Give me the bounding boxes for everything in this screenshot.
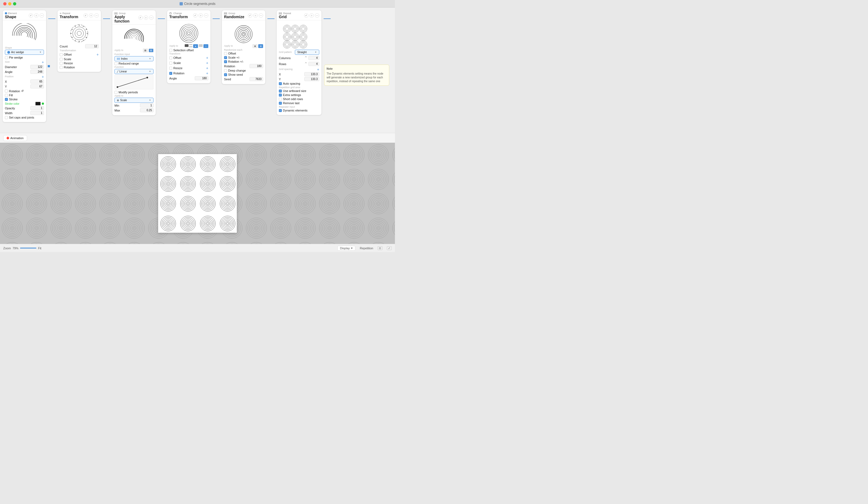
angle-input[interactable] [30, 70, 44, 74]
apply-fn-action-2[interactable]: ○ [144, 16, 148, 20]
ct-scale-check[interactable] [169, 62, 172, 64]
r-action-2[interactable]: ○ [254, 13, 258, 18]
r-offset-check[interactable] [224, 52, 227, 55]
ct-btn-circle[interactable] [185, 44, 188, 47]
diameter-input[interactable] [30, 65, 44, 69]
g-action-2[interactable]: ○ [310, 13, 314, 18]
ct-action-1[interactable]: ✓ [193, 13, 197, 18]
size-plus[interactable]: + [42, 60, 44, 64]
ct-scale-plus[interactable]: + [206, 61, 208, 65]
apply-to2-dropdown[interactable]: ⊞ Scale ▼ [114, 97, 154, 103]
ct-offset-check[interactable] [169, 56, 172, 59]
transform-preview [60, 22, 99, 44]
apply-fn-actions: ✓ ○ ··· [138, 16, 154, 20]
modify-periods-check[interactable] [114, 91, 117, 94]
ct-action-3[interactable]: ··· [204, 13, 208, 18]
pie-wedge-checkbox[interactable] [5, 56, 8, 59]
transform-action-2[interactable]: ○ [89, 13, 93, 18]
r-deep-check[interactable] [224, 69, 227, 72]
zoom-slider[interactable] [20, 248, 37, 248]
stroke-checkbox[interactable] [5, 98, 8, 101]
auto-spacing-check[interactable] [279, 82, 282, 85]
transform-action-1[interactable]: ✓ [84, 13, 88, 18]
function-dropdown[interactable]: ╱ Linear ▼ [114, 69, 154, 74]
width-input[interactable] [30, 111, 44, 115]
t-scale-check[interactable] [60, 58, 63, 61]
grid-spacing-plus[interactable]: + [317, 67, 319, 72]
columns-input[interactable] [308, 56, 319, 60]
y-input[interactable] [30, 84, 44, 89]
ct-rotation-check[interactable] [169, 72, 172, 75]
t-resize-check[interactable] [60, 62, 63, 65]
r-rotation-input[interactable] [249, 64, 263, 68]
ct-action-2[interactable]: ○ [198, 13, 203, 18]
min-input[interactable] [140, 103, 154, 107]
set-caps-checkbox[interactable] [5, 116, 8, 119]
rows-stepper[interactable]: ⌃ [304, 61, 308, 66]
r-action-3[interactable]: ··· [259, 13, 263, 18]
apply-to-btn-2[interactable]: ⊞ [149, 49, 154, 52]
ct-rotation-plus[interactable]: + [206, 71, 208, 75]
shape-action-check[interactable]: ✓ [29, 13, 33, 18]
close-button[interactable] [3, 2, 7, 6]
fit-label[interactable]: Fit [38, 247, 41, 250]
minimize-button[interactable] [8, 2, 11, 6]
t-offset-check[interactable] [60, 53, 63, 56]
grid-wrapper: Repeat Grid ✓ ○ ··· [277, 10, 321, 115]
short-odd-check[interactable] [279, 97, 282, 101]
ct-btn-alt[interactable] [199, 44, 203, 47]
x-input[interactable] [30, 80, 44, 84]
use-artboard-check[interactable] [279, 90, 282, 93]
ct-resize-check[interactable] [169, 67, 172, 70]
animation-tab-button[interactable]: Animation [3, 135, 27, 141]
max-input[interactable] [140, 108, 154, 112]
ct-resize-plus[interactable]: + [206, 66, 208, 70]
window-controls [3, 2, 16, 6]
position-plus[interactable]: + [42, 75, 44, 79]
reduced-range-check[interactable] [114, 62, 117, 65]
ct-selection-offset-check[interactable] [169, 49, 172, 52]
shape-action-close[interactable]: ○ [34, 13, 39, 18]
monitor-icon[interactable]: ⊡ [378, 246, 382, 250]
r-btn-2[interactable]: ⊞ [258, 44, 263, 48]
r-seed-input[interactable] [249, 77, 263, 81]
ct-angle-input[interactable] [195, 76, 208, 80]
display-button[interactable]: Display ▼ [338, 246, 355, 251]
columns-stepper[interactable]: ⌃ [304, 55, 308, 61]
extra-settings-check[interactable] [279, 94, 282, 96]
grid-y-input[interactable] [304, 77, 319, 81]
rotation-checkbox[interactable] [5, 90, 8, 93]
remove-last-check[interactable] [279, 102, 282, 105]
ct-btn-active[interactable]: ● [193, 44, 198, 48]
rows-input[interactable] [308, 62, 319, 66]
fn-input-dropdown[interactable]: Index ▼ [114, 56, 154, 61]
ct-btn-grid[interactable] [189, 44, 192, 48]
r-rotation-check[interactable] [224, 60, 227, 63]
randomize-title: Randomize [224, 15, 245, 19]
dynamic-elements-check[interactable] [279, 109, 282, 112]
opacity-input[interactable] [30, 106, 44, 110]
shape-action-menu[interactable]: ··· [40, 13, 44, 18]
transform-action-3[interactable]: ··· [94, 13, 99, 18]
count-input[interactable] [85, 44, 99, 48]
ct-btn-active2[interactable]: + [204, 44, 208, 48]
r-scale-check[interactable] [224, 56, 227, 59]
ct-offset-plus[interactable]: + [206, 55, 208, 60]
apply-fn-action-3[interactable]: ··· [149, 16, 154, 20]
apply-to-btn-1[interactable]: ⊞ [143, 49, 148, 52]
shape-type-dropdown[interactable]: Arc wedge ▼ [5, 50, 44, 55]
grid-pattern-dropdown[interactable]: Straight ▼ [295, 50, 319, 55]
g-action-1[interactable]: ✓ [304, 13, 308, 18]
r-btn-1[interactable]: ⊞ [252, 44, 257, 48]
grid-x-input[interactable] [304, 72, 319, 76]
maximize-button[interactable] [13, 2, 16, 6]
apply-fn-action-1[interactable]: ✓ [138, 16, 143, 20]
r-action-1[interactable]: ✓ [248, 13, 252, 18]
g-action-3[interactable]: ··· [315, 13, 319, 18]
fill-checkbox[interactable] [5, 94, 8, 97]
r-seed-show-check[interactable] [224, 73, 227, 76]
stroke-color-swatch[interactable] [35, 102, 41, 105]
t-rotation-check[interactable] [60, 66, 63, 69]
expand-icon[interactable]: ⤢ [387, 246, 392, 250]
t-offset-plus[interactable]: + [96, 52, 99, 57]
